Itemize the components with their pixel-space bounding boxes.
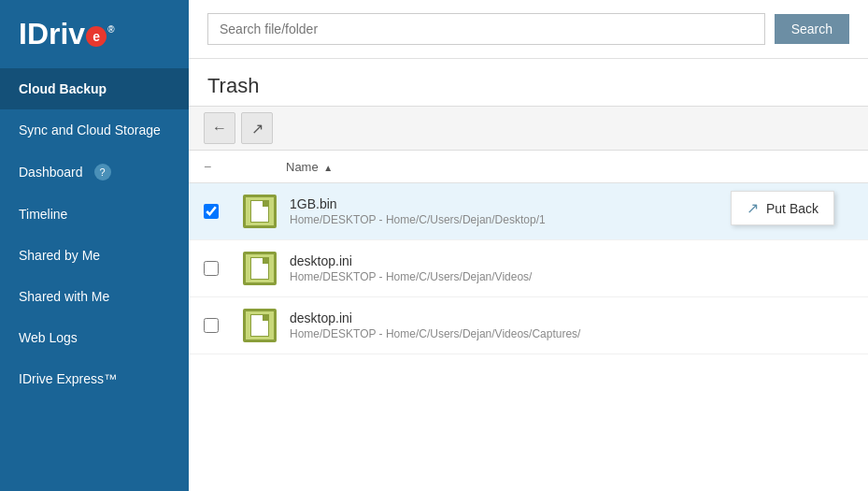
sidebar-item-sync-cloud[interactable]: Sync and Cloud Storage — [0, 109, 189, 151]
file-icon-wrapper-2 — [241, 250, 278, 287]
back-button[interactable]: ← — [204, 112, 235, 144]
header-checkbox-col: − — [204, 158, 241, 175]
file-icon-inner-3 — [250, 314, 269, 337]
file-icon-wrapper-3 — [241, 307, 278, 344]
sidebar-item-timeline[interactable]: Timeline — [0, 194, 189, 235]
sidebar-item-label: Shared with Me — [19, 289, 109, 304]
sidebar-item-web-logs[interactable]: Web Logs — [0, 317, 189, 358]
file-icon-inner-2 — [250, 257, 269, 280]
sidebar-item-cloud-backup[interactable]: Cloud Backup — [0, 68, 189, 109]
sidebar-item-idrive-express[interactable]: IDrive Express™ — [0, 358, 189, 399]
sidebar-item-label: Dashboard — [19, 165, 83, 180]
header: Search — [189, 0, 868, 59]
file-path-3: Home/DESKTOP - Home/C/Users/Dejan/Videos… — [290, 327, 853, 340]
sidebar-item-label: Web Logs — [19, 330, 78, 345]
sidebar-nav: Cloud Backup Sync and Cloud Storage Dash… — [0, 68, 189, 491]
file-name-3: desktop.ini — [290, 310, 853, 325]
page-title: Trash — [207, 74, 849, 98]
file-name-2: desktop.ini — [290, 253, 853, 268]
file-checkbox-3[interactable] — [204, 318, 219, 333]
file-checkbox-2[interactable] — [204, 261, 219, 276]
file-checkbox-1[interactable] — [204, 204, 219, 219]
logo-text-prefix: IDriv — [19, 17, 85, 51]
table-row: desktop.ini Home/DESKTOP - Home/C/Users/… — [189, 297, 868, 354]
logo-area: IDrive® — [0, 0, 189, 68]
header-name-col: Name ▲ — [286, 160, 853, 174]
main-content: Search Trash ← ↗ − Name ▲ — [189, 0, 868, 491]
file-icon-3 — [243, 309, 277, 342]
file-icon-wrapper-1 — [241, 193, 278, 230]
file-info-3: desktop.ini Home/DESKTOP - Home/C/Users/… — [290, 310, 853, 340]
sidebar-item-label: Cloud Backup — [19, 81, 107, 96]
name-column-label: Name — [286, 160, 319, 174]
deselect-all-icon[interactable]: − — [204, 159, 211, 174]
table-row: desktop.ini Home/DESKTOP - Home/C/Users/… — [189, 240, 868, 297]
put-back-icon: ↗ — [747, 199, 759, 217]
sidebar: IDrive® Cloud Backup Sync and Cloud Stor… — [0, 0, 189, 491]
sidebar-item-label: Timeline — [19, 207, 67, 222]
toolbar: ← ↗ — [189, 106, 868, 151]
logo-e: e — [86, 26, 107, 47]
file-icon-inner-1 — [250, 200, 269, 223]
table-row: 1GB.bin Home/DESKTOP - Home/C/Users/Deja… — [189, 183, 868, 240]
sidebar-item-shared-with-me[interactable]: Shared with Me — [0, 276, 189, 317]
sidebar-item-label: IDrive Express™ — [19, 371, 117, 386]
search-button[interactable]: Search — [775, 14, 849, 44]
sidebar-item-label: Sync and Cloud Storage — [19, 123, 161, 137]
sidebar-item-dashboard[interactable]: Dashboard ? — [0, 151, 189, 194]
sort-arrow-icon: ▲ — [323, 163, 333, 173]
back-icon: ← — [212, 120, 227, 137]
search-input[interactable] — [207, 13, 765, 45]
sidebar-item-label: Shared by Me — [19, 248, 100, 263]
dashboard-help-badge: ? — [94, 164, 111, 181]
put-back-context-menu[interactable]: ↗ Put Back — [731, 191, 834, 225]
app-logo: IDrive® — [19, 17, 115, 51]
file-list: − Name ▲ 1GB.bin Home/DESKTOP - Home/C/U… — [189, 151, 868, 491]
file-path-2: Home/DESKTOP - Home/C/Users/Dejan/Videos… — [290, 270, 853, 283]
file-icon-2 — [243, 252, 277, 285]
page-title-area: Trash — [189, 59, 868, 106]
file-icon-1 — [243, 195, 277, 228]
restore-button[interactable]: ↗ — [241, 112, 273, 144]
file-info-2: desktop.ini Home/DESKTOP - Home/C/Users/… — [290, 253, 853, 283]
restore-icon: ↗ — [251, 120, 263, 137]
sidebar-item-shared-by-me[interactable]: Shared by Me — [0, 235, 189, 276]
put-back-label: Put Back — [766, 201, 818, 216]
file-list-header: − Name ▲ — [189, 151, 868, 183]
logo-tm: ® — [107, 24, 114, 35]
